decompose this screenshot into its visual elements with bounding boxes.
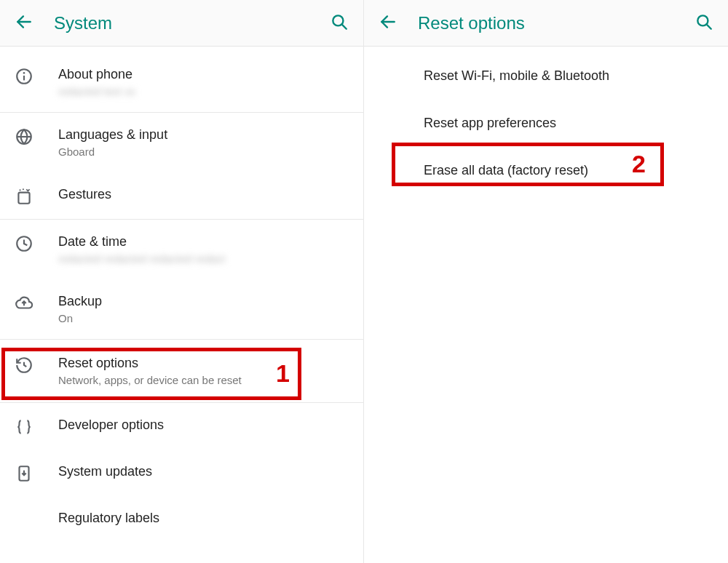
row-subtitle: redacted text xx bbox=[58, 84, 349, 99]
row-title: Date & time bbox=[58, 233, 349, 250]
reset-options-screen: Reset options Reset Wi-Fi, mobile & Blue… bbox=[364, 0, 728, 563]
row-subtitle: Gboard bbox=[58, 145, 349, 159]
annotation-number-1: 1 bbox=[276, 359, 290, 388]
info-icon bbox=[15, 65, 58, 86]
row-subtitle: redacted redacted redacted redact bbox=[58, 252, 349, 266]
row-subtitle: On bbox=[58, 311, 349, 326]
svg-point-5 bbox=[23, 72, 25, 74]
row-about-phone[interactable]: About phone redacted text xx bbox=[0, 52, 363, 112]
row-title: About phone bbox=[58, 65, 349, 83]
row-gestures[interactable]: Gestures bbox=[0, 172, 363, 219]
row-reset-app-preferences[interactable]: Reset app preferences bbox=[364, 100, 728, 147]
svg-point-10 bbox=[23, 188, 24, 190]
update-icon bbox=[15, 463, 58, 483]
system-settings-list: About phone redacted text xx Languages &… bbox=[0, 47, 363, 540]
row-developer-options[interactable]: Developer options bbox=[0, 403, 363, 450]
row-title: Languages & input bbox=[58, 126, 349, 143]
row-title: Backup bbox=[58, 292, 349, 310]
row-backup[interactable]: Backup On bbox=[0, 279, 363, 339]
svg-line-2 bbox=[341, 24, 346, 28]
row-title: Reset options bbox=[58, 354, 349, 372]
system-settings-screen: System About phone redacted text xx Lang… bbox=[0, 0, 364, 563]
row-regulatory-labels[interactable]: Regulatory labels bbox=[0, 496, 363, 540]
back-arrow-icon[interactable] bbox=[15, 12, 33, 34]
row-subtitle: Network, apps, or device can be reset bbox=[58, 373, 349, 388]
row-title: Erase all data (factory reset) bbox=[424, 163, 588, 177]
braces-icon bbox=[15, 416, 58, 436]
blank-icon bbox=[15, 509, 58, 511]
search-icon[interactable] bbox=[330, 12, 349, 34]
row-title: Developer options bbox=[58, 416, 349, 434]
appbar-title: System bbox=[54, 13, 330, 33]
appbar-left: System bbox=[0, 0, 363, 47]
appbar-title: Reset options bbox=[418, 13, 695, 33]
row-reset-wifi-mobile-bt[interactable]: Reset Wi-Fi, mobile & Bluetooth bbox=[364, 52, 728, 100]
row-erase-all-data[interactable]: Erase all data (factory reset) bbox=[364, 147, 728, 194]
svg-point-9 bbox=[20, 189, 21, 191]
row-title: Gestures bbox=[58, 185, 349, 203]
restore-icon bbox=[15, 354, 58, 375]
globe-icon bbox=[15, 126, 58, 146]
row-reset-options[interactable]: Reset options Network, apps, or device c… bbox=[0, 340, 363, 402]
annotation-number-2: 2 bbox=[632, 150, 646, 178]
row-title: Reset app preferences bbox=[424, 116, 556, 130]
row-title: System updates bbox=[58, 463, 349, 480]
reset-options-list: Reset Wi-Fi, mobile & Bluetooth Reset ap… bbox=[364, 47, 728, 194]
svg-rect-8 bbox=[18, 193, 29, 204]
clock-icon bbox=[15, 233, 58, 253]
svg-line-15 bbox=[706, 24, 711, 28]
search-icon[interactable] bbox=[695, 12, 713, 34]
back-arrow-icon[interactable] bbox=[379, 12, 397, 34]
row-title: Reset Wi-Fi, mobile & Bluetooth bbox=[424, 68, 609, 83]
appbar-right: Reset options bbox=[364, 0, 728, 47]
row-system-updates[interactable]: System updates bbox=[0, 450, 363, 496]
cloud-icon bbox=[15, 292, 58, 313]
gestures-icon bbox=[15, 185, 58, 206]
row-date-time[interactable]: Date & time redacted redacted redacted r… bbox=[0, 220, 363, 279]
row-languages-input[interactable]: Languages & input Gboard bbox=[0, 113, 363, 172]
row-title: Regulatory labels bbox=[58, 509, 349, 527]
